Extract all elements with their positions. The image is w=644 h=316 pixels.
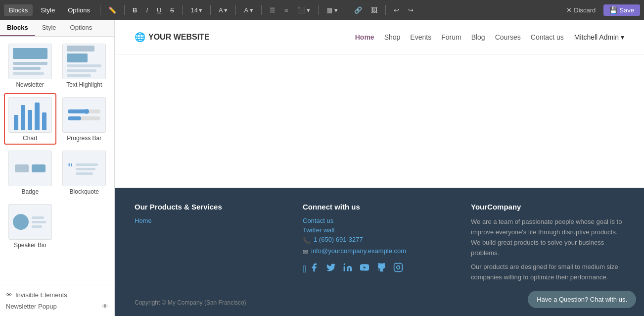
twitter-icon[interactable] (326, 263, 336, 275)
newsletter-popup-label: Newsletter Popup (6, 303, 57, 310)
site-nav: Home Shop Events Forum Blog Courses Cont… (355, 33, 564, 41)
undo-button[interactable]: ↩ (391, 5, 402, 15)
block-item-blockquote[interactable]: " Blockquote (58, 147, 111, 198)
nav-divider (569, 31, 569, 43)
footer-col3-heading: YourCompany (471, 203, 624, 211)
block-label-chart: Chart (23, 135, 37, 142)
youtube-icon[interactable] (360, 263, 369, 275)
tab-blocks[interactable]: Blocks (4, 4, 33, 16)
redo-button[interactable]: ↪ (405, 5, 416, 15)
linkedin-icon[interactable] (343, 263, 353, 275)
footer-phone: 📞 1 (650) 691-3277 (303, 236, 456, 245)
site-logo: 🌐 YOUR WEBSITE (135, 32, 210, 43)
unordered-list-button[interactable]: ☰ (267, 5, 278, 15)
phone-icon: 📞 (303, 237, 311, 244)
ordered-list-button[interactable]: ≡ (281, 5, 291, 15)
footer-email: ✉ info@yourcompany.example.com (303, 247, 456, 257)
github-icon[interactable] (376, 263, 386, 275)
block-thumb-badge (8, 151, 52, 186)
block-label-blockquote: Blockquote (70, 188, 99, 195)
sidebar-tab-blocks[interactable]: Blocks (0, 20, 35, 36)
block-item-badge[interactable]: Badge (4, 147, 56, 198)
sidebar-tab-style[interactable]: Style (35, 20, 63, 36)
separator-4 (210, 5, 211, 15)
svg-point-0 (344, 263, 345, 265)
block-item-speaker-bio[interactable]: Speaker Bio (4, 200, 56, 252)
block-item-newsletter[interactable]: Newsletter (4, 40, 56, 91)
separator-1 (100, 5, 100, 15)
underline-button[interactable]: U (154, 5, 164, 15)
footer-col-company: YourCompany We are a team of passionate … (471, 203, 624, 283)
font-family-button[interactable]: A ▾ (216, 5, 231, 15)
toolbar: Blocks Style Options ✏️ B I U S̶ 14 ▾ A … (0, 0, 644, 20)
block-thumb-newsletter (8, 44, 52, 79)
discard-x-icon: ✕ (566, 6, 572, 14)
nav-user-chevron-icon: ▾ (621, 33, 624, 41)
align-button[interactable]: ⬛ ▾ (294, 5, 314, 15)
nav-forum[interactable]: Forum (441, 33, 461, 41)
block-thumb-text-highlight (62, 44, 106, 79)
block-thumb-progress-bar (62, 97, 106, 133)
invisible-elements-toggle[interactable]: 👁 Invisible Elements (4, 289, 110, 301)
logo-globe-icon: 🌐 (135, 32, 145, 43)
footer-col1-heading: Our Products & Services (135, 203, 288, 211)
footer-grid: Our Products & Services Home Connect wit… (135, 203, 624, 283)
page-white (115, 54, 644, 188)
chat-bubble[interactable]: Have a Question? Chat with us. (528, 291, 636, 308)
footer-link-home[interactable]: Home (135, 217, 288, 224)
footer-email-link[interactable]: info@yourcompany.example.com (311, 247, 406, 255)
footer-link-twitter-wall[interactable]: Twitter wall (303, 226, 456, 234)
eye-icon: 👁 (6, 291, 12, 299)
block-label-newsletter: Newsletter (16, 81, 44, 88)
italic-button[interactable]: I (143, 5, 151, 15)
block-thumb-speaker-bio (8, 204, 52, 240)
pen-tool-button[interactable]: ✏️ (105, 5, 119, 15)
nav-events[interactable]: Events (410, 33, 431, 41)
block-item-progress-bar[interactable]: Progress Bar (58, 93, 111, 145)
image-button[interactable]: 🖼 (368, 5, 380, 15)
block-label-progress-bar: Progress Bar (67, 135, 101, 142)
nav-shop[interactable]: Shop (384, 33, 401, 41)
facebook-icon[interactable]:  (303, 263, 319, 275)
svg-rect-2 (394, 263, 403, 272)
block-item-text-highlight[interactable]: Text Highlight (58, 40, 111, 91)
separator-7 (318, 5, 319, 15)
footer-link-contact[interactable]: Contact us (303, 217, 456, 224)
nav-blog[interactable]: Blog (471, 33, 485, 41)
nav-courses[interactable]: Courses (495, 33, 521, 41)
save-button[interactable]: 💾 Save (603, 4, 640, 16)
newsletter-popup-row: Newsletter Popup 👁 (4, 301, 110, 312)
block-item-chart[interactable]: Chart (4, 93, 56, 145)
block-thumb-chart (8, 97, 52, 133)
text-color-button[interactable]: A ▾ (241, 5, 256, 15)
newsletter-popup-toggle[interactable]: 👁 (102, 303, 108, 310)
footer-col2-heading: Connect with us (303, 203, 456, 211)
sidebar-tabs: Blocks Style Options (0, 20, 114, 37)
sidebar-tab-options[interactable]: Options (63, 20, 99, 36)
footer-col3-desc2: Our products are designed for small to m… (471, 262, 624, 283)
footer-col-products: Our Products & Services Home (135, 203, 288, 283)
tab-style[interactable]: Style (36, 4, 60, 16)
strikethrough-button[interactable]: S̶ (167, 5, 177, 15)
nav-home[interactable]: Home (355, 33, 374, 41)
nav-contact-us[interactable]: Contact us (531, 33, 564, 41)
font-size-button[interactable]: 14 ▾ (187, 5, 205, 15)
nav-user[interactable]: Mitchell Admin ▾ (574, 33, 624, 41)
tab-options[interactable]: Options (63, 4, 95, 16)
separator-5 (235, 5, 236, 15)
block-label-badge: Badge (21, 188, 39, 195)
sidebar: Blocks Style Options Newsletter (0, 20, 115, 316)
save-label: Save (619, 6, 634, 14)
main-layout: Blocks Style Options Newsletter (0, 20, 644, 316)
bold-button[interactable]: B (130, 5, 140, 15)
table-button[interactable]: ▦ ▾ (323, 5, 341, 15)
footer-phone-link[interactable]: 1 (650) 691-3277 (314, 236, 363, 243)
footer-col3-desc1: We are a team of passionate people whose… (471, 217, 624, 258)
block-label-speaker-bio: Speaker Bio (14, 242, 46, 249)
block-label-text-highlight: Text Highlight (66, 81, 102, 88)
link-button[interactable]: 🔗 (351, 5, 365, 15)
footer-col-connect: Connect with us Contact us Twitter wall … (303, 203, 456, 283)
discard-button[interactable]: ✕ Discard (562, 4, 599, 16)
instagram-icon[interactable] (393, 263, 403, 275)
email-icon: ✉ (303, 248, 308, 256)
